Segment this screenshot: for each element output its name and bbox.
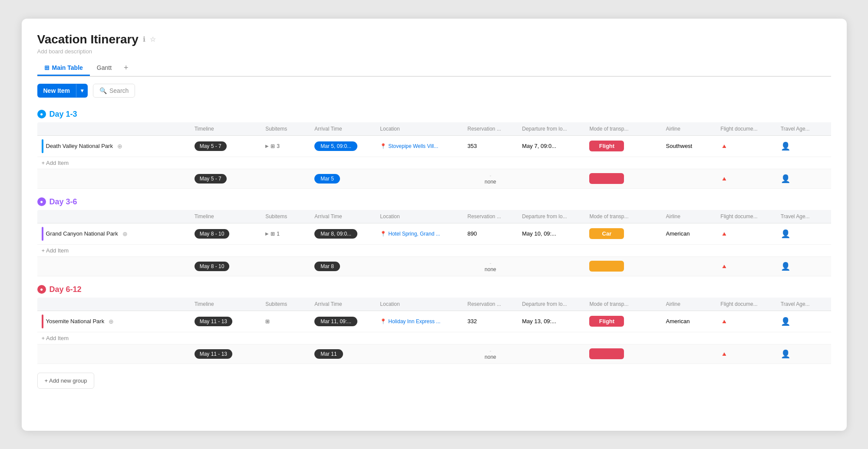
group-title-day-6-12[interactable]: Day 6-12 xyxy=(50,285,82,294)
add-new-group-label: + Add new group xyxy=(45,377,87,384)
search-box[interactable]: 🔍 Search xyxy=(93,84,135,98)
page-header: Vacation Itinerary ℹ ☆ xyxy=(37,33,831,46)
tab-gantt[interactable]: Gantt xyxy=(90,61,119,76)
col-header-mode-3: Mode of transp... xyxy=(585,298,661,311)
new-item-dropdown-arrow[interactable]: ▾ xyxy=(76,84,88,97)
col-header-location-1: Location xyxy=(376,122,463,136)
col-header-reservation-2: Reservation ... xyxy=(463,210,518,223)
timeline-cell: May 5 - 7 xyxy=(190,135,261,157)
none-label-2: none xyxy=(485,266,496,272)
toolbar: New Item ▾ 🔍 Search xyxy=(37,84,831,98)
none-label-3: none xyxy=(485,354,496,360)
dash-3: - xyxy=(489,348,491,354)
expand-arrow: ▶ xyxy=(265,144,269,148)
col-header-departure-2: Departure from lo... xyxy=(518,210,585,223)
user-icon-2[interactable]: 👤 xyxy=(781,229,790,238)
flight-doc-cell-2: 🔺 xyxy=(716,223,776,244)
add-item-label-2[interactable]: + Add Item xyxy=(42,247,69,254)
new-item-button[interactable]: New Item ▾ xyxy=(37,84,88,98)
col-header-mode-1: Mode of transp... xyxy=(585,122,661,136)
location-text: Stovepipe Wells Vill... xyxy=(388,143,438,149)
summary-timeline-pill-3: May 11 - 13 xyxy=(195,349,232,359)
summary-file-icon-2: 🔺 xyxy=(720,263,728,270)
mode-cell-2: Car xyxy=(585,223,661,244)
add-tab-button[interactable]: + xyxy=(119,60,134,76)
file-icon-3[interactable]: 🔺 xyxy=(720,318,728,325)
col-header-reservation-1: Reservation ... xyxy=(463,122,518,136)
add-subitem-icon-3[interactable]: ⊕ xyxy=(109,318,114,325)
travel-age-cell-2: 👤 xyxy=(776,223,831,244)
group-title-day-1-3[interactable]: Day 1-3 xyxy=(50,110,77,119)
travel-age-cell-3: 👤 xyxy=(776,311,831,332)
subitems-cell-3: ⊞ xyxy=(261,311,310,332)
group-header-day-6-12: ● Day 6-12 xyxy=(37,285,831,294)
summary-mode-pill-3 xyxy=(589,348,624,359)
mode-cell-3: Flight xyxy=(585,311,661,332)
arrival-cell: Mar 5, 09:0... xyxy=(310,135,376,157)
info-icon[interactable]: ℹ xyxy=(143,35,145,43)
file-icon-2[interactable]: 🔺 xyxy=(720,230,728,237)
arrival-pill-2: Mar 8, 09:0... xyxy=(314,229,357,239)
group-table-2: Timeline Subitems Arrival Time Location … xyxy=(37,210,831,276)
col-header-travelage-2: Travel Age... xyxy=(776,210,831,223)
star-icon[interactable]: ☆ xyxy=(150,35,156,43)
col-header-timeline-2: Timeline xyxy=(190,210,261,223)
add-item-row-2[interactable]: + Add Item xyxy=(37,244,831,256)
group-header-day-3-6: ● Day 3-6 xyxy=(37,197,831,206)
add-new-group-button[interactable]: + Add new group xyxy=(37,373,95,389)
item-color-bar-2 xyxy=(42,227,43,241)
table-row[interactable]: Yosemite National Park ⊕ May 11 - 13 ⊞ M… xyxy=(37,311,831,332)
mode-cell: Flight xyxy=(585,135,661,157)
table-row[interactable]: Death Valley National Park ⊕ May 5 - 7 ▶… xyxy=(37,135,831,157)
location-text-3: Holiday Inn Express ... xyxy=(388,318,440,324)
table-row[interactable]: Grand Canyon National Park ⊕ May 8 - 10 … xyxy=(37,223,831,244)
col-header-name-3 xyxy=(37,298,190,311)
location-cell: 📍 Stovepipe Wells Vill... xyxy=(376,135,463,157)
item-name-cell: Death Valley National Park ⊕ xyxy=(42,139,186,153)
col-header-airline-1: Airline xyxy=(662,122,716,136)
location-pin-icon-2: 📍 xyxy=(380,231,386,237)
summary-row-3: May 11 - 13 Mar 11 - none xyxy=(37,344,831,364)
mode-pill-3: Flight xyxy=(589,316,624,327)
add-item-label[interactable]: + Add Item xyxy=(42,160,69,166)
group-title-day-3-6[interactable]: Day 3-6 xyxy=(50,197,77,206)
col-header-mode-2: Mode of transp... xyxy=(585,210,661,223)
airline-cell-2: American xyxy=(662,223,716,244)
arrival-cell-2: Mar 8, 09:0... xyxy=(310,223,376,244)
mode-pill: Flight xyxy=(589,141,624,151)
summary-timeline-pill-2: May 8 - 10 xyxy=(195,262,230,271)
subitems-cell[interactable]: ▶ ⊞ 3 xyxy=(261,135,310,157)
summary-user-icon-2: 👤 xyxy=(781,262,790,271)
user-icon-3[interactable]: 👤 xyxy=(781,317,790,326)
board-description[interactable]: Add board description xyxy=(37,48,831,55)
add-subitem-icon[interactable]: ⊕ xyxy=(117,143,122,150)
new-item-label: New Item xyxy=(37,84,76,98)
location-pin-icon-3: 📍 xyxy=(380,318,386,324)
reservation-cell: 353 xyxy=(463,135,518,157)
subitems-icon-2: ⊞ xyxy=(271,231,275,237)
col-header-subitems-2: Subitems xyxy=(261,210,310,223)
file-icon[interactable]: 🔺 xyxy=(720,143,728,150)
add-item-row-3[interactable]: + Add Item xyxy=(37,332,831,344)
item-name-3: Yosemite National Park xyxy=(46,318,105,324)
col-header-departure-1: Departure from lo... xyxy=(518,122,585,136)
tab-main-table[interactable]: ⊞ Main Table xyxy=(37,61,90,76)
summary-user-icon-3: 👤 xyxy=(781,350,790,358)
add-item-label-3[interactable]: + Add Item xyxy=(42,335,69,341)
add-subitem-icon-2[interactable]: ⊕ xyxy=(122,230,128,237)
col-header-location-3: Location xyxy=(376,298,463,311)
item-name-cell-3: Yosemite National Park ⊕ xyxy=(42,315,186,328)
col-header-flightdoc-3: Flight docume... xyxy=(716,298,776,311)
timeline-pill: May 5 - 7 xyxy=(195,141,227,151)
col-header-departure-3: Departure from lo... xyxy=(518,298,585,311)
tab-main-table-label: Main Table xyxy=(52,64,83,71)
subitems-icon: ⊞ xyxy=(271,143,275,149)
tabs-row: ⊞ Main Table Gantt + xyxy=(37,60,831,77)
add-item-row-1[interactable]: + Add Item xyxy=(37,157,831,169)
subitems-cell-2[interactable]: ▶ ⊞ 1 xyxy=(261,223,310,244)
departure-cell-3: May 13, 09:... xyxy=(518,311,585,332)
item-color-bar-3 xyxy=(42,315,43,328)
user-icon[interactable]: 👤 xyxy=(781,142,790,151)
location-cell-3: 📍 Holiday Inn Express ... xyxy=(376,311,463,332)
travel-age-cell: 👤 xyxy=(776,135,831,157)
